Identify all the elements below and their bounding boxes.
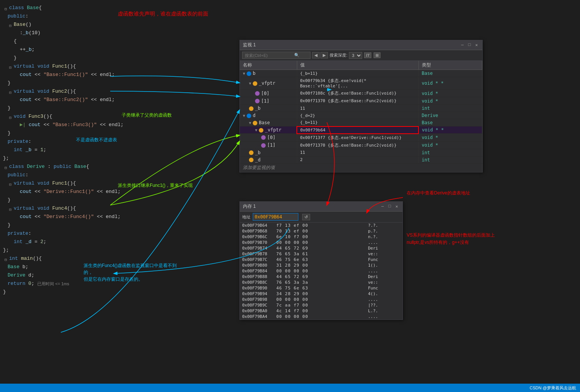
row-value: {_d=2}	[297, 112, 418, 119]
row-name: _d	[255, 157, 260, 163]
memory-addr: 0x00F79B84	[240, 268, 274, 274]
monitor-search-input[interactable]	[245, 53, 294, 58]
row-type: void *	[418, 141, 482, 149]
memory-row-3: 0x00F79B7000 00 00 00....	[240, 240, 403, 245]
fold-icon[interactable]: ⊟	[8, 181, 13, 186]
memory-addr: 0x00F79B70	[240, 240, 274, 245]
row-name: _vfptr	[259, 81, 275, 86]
memory-row-14: 0x00F79B9C7c aa f7 00|??.	[240, 302, 403, 308]
nav-forward-btn[interactable]: ▶	[320, 52, 328, 58]
monitor-row-8: [0]0x00f713f7 {多态.exe!Derive::Func1(void…	[240, 134, 482, 142]
memory-hex: 46 75 6e 63	[274, 285, 366, 291]
expand-icon[interactable]: ▼	[243, 114, 245, 118]
code-line-26: cout << "Derive::Func4()" << endl;	[0, 213, 243, 221]
memory-hex: 6e 10 f7 00	[274, 234, 366, 240]
monitor-row-4: _b11int	[240, 105, 482, 112]
memory-addr: 0x00F79B94	[240, 291, 274, 297]
monitor-row-2: [0]0x00f7108c {多态.exe!Base::Func1(void)}…	[240, 90, 482, 97]
fold-icon[interactable]: ⊟	[8, 22, 13, 27]
memory-ascii: Func	[366, 285, 403, 291]
monitor-row-3: [1]0x00f71370 {多态.exe!Base::Func2(void)}…	[240, 97, 482, 105]
expand-icon[interactable]: ▼	[255, 128, 257, 132]
row-name: [1]	[267, 142, 276, 148]
code-line-19: };	[0, 154, 243, 163]
memory-addr: 0x00F79B64	[240, 223, 274, 228]
memory-row-0: 0x00F79B64f7 13 ef 00?.?.	[240, 223, 403, 228]
search-icon[interactable]: 🔍	[294, 53, 300, 58]
memory-addr: 0x00F79B98	[240, 297, 274, 302]
memory-ascii: Deri	[366, 274, 403, 280]
memory-hex: f7 13 ef 00	[274, 223, 366, 228]
memory-hex: 4c 14 f7 00	[274, 308, 366, 314]
expand-icon[interactable]: ▼	[243, 71, 245, 76]
ptr-icon	[261, 135, 266, 140]
expand-icon[interactable]: ▼	[249, 81, 251, 85]
toolbar-btn-it[interactable]: IT	[364, 52, 371, 58]
monitor-minimize-btn[interactable]: —	[460, 43, 465, 47]
fold-icon[interactable]: ⊟	[8, 64, 13, 69]
row-name: [0]	[261, 91, 269, 96]
code-line-25: ⊟ virtual void Func4(){	[0, 204, 243, 213]
memory-ascii: ve::	[366, 280, 403, 285]
row-value: 11	[297, 149, 418, 156]
field-icon	[259, 128, 263, 133]
memory-ascii: L.?.	[366, 308, 403, 314]
memory-close-btn[interactable]: ✕	[394, 204, 399, 209]
row-name: _b	[255, 150, 260, 155]
row-value: 0x00f79b64	[297, 126, 418, 134]
col-value: 值	[297, 61, 418, 70]
refresh-btn[interactable]: ↺	[302, 214, 310, 220]
fold-icon[interactable]: ⊟	[3, 164, 8, 169]
memory-row-8: 0x00F79B8400 00 00 00....	[240, 268, 403, 274]
memory-addr: 0x00F79B9C	[240, 302, 274, 308]
monitor-search-box[interactable]: 🔍	[242, 52, 311, 59]
fold-icon[interactable]: ⊟	[3, 5, 8, 11]
memory-row-16: 0x00F79BA400 00 00 00....	[240, 314, 403, 319]
memory-ascii: ?.?.	[366, 223, 403, 228]
memory-row-12: 0x00F79B9434 28 29 004().	[240, 291, 403, 297]
memory-window-controls: — □ ✕	[380, 204, 399, 209]
nav-arrows: ◀ ▶	[312, 52, 328, 58]
monitor-row-7: ▼_vfptr0x00f79b64void * *	[240, 126, 482, 134]
memory-row-15: 0x00F79BA04c 14 f7 00L.?.	[240, 308, 403, 314]
code-editor: ⊟ class Base{ public: ⊟ Base() :_b(10) {…	[0, 0, 243, 392]
code-line-21: public:	[0, 171, 243, 179]
row-value: 0x00f7108c {多态.exe!Base::Func1(void)}	[297, 90, 418, 97]
toolbar-btn-grid[interactable]: ⊞	[374, 52, 380, 58]
nav-back-btn[interactable]: ◀	[312, 52, 320, 58]
memory-addr: 0x00F79B88	[240, 274, 274, 280]
fold-icon[interactable]: ⊟	[8, 206, 13, 211]
add-watch-row[interactable]: 添加要监视的项	[240, 163, 482, 172]
memory-addr: 0x00F79B78	[240, 251, 274, 257]
row-name: b	[253, 71, 255, 76]
code-line-28: private:	[0, 229, 243, 238]
memory-addr: 0x00F79B8C	[240, 280, 274, 285]
depth-label: 搜索深度:	[330, 52, 347, 58]
monitor-close-btn[interactable]: ✕	[474, 43, 479, 47]
memory-title: 内存 1	[243, 203, 256, 210]
code-line-17: private:	[0, 138, 243, 146]
code-line-14: ⊟ void Func3(){	[0, 112, 243, 121]
fold-icon[interactable]: ⊟	[8, 114, 13, 119]
fold-icon[interactable]: ⊟	[3, 256, 8, 261]
memory-minimize-btn[interactable]: —	[380, 204, 385, 209]
code-line-31: ⊟ int main(){	[0, 254, 243, 263]
memory-restore-btn[interactable]: □	[387, 204, 393, 209]
code-line-35: }	[0, 288, 243, 296]
fold-icon[interactable]: ⊟	[8, 89, 13, 94]
row-name: d	[253, 113, 255, 118]
row-name: _vfptr	[265, 127, 281, 133]
monitor-restore-btn[interactable]: □	[467, 43, 472, 47]
memory-hex: 00 00 00 00	[274, 240, 366, 245]
depth-select[interactable]: 3 1 2 4 5	[349, 52, 362, 59]
memory-addr: 0x00F79B80	[240, 262, 274, 268]
expand-icon[interactable]: ▼	[249, 121, 251, 125]
code-line-32: Base b;	[0, 263, 243, 271]
code-line-24: }	[0, 196, 243, 204]
code-line-4: :_b(10)	[0, 29, 243, 37]
row-value: 0x00f71370 {多态.exe!Base::Func2(void)}	[297, 97, 418, 105]
memory-row-9: 0x00F79B8844 65 72 69Deri	[240, 274, 403, 280]
code-line-8: ⊟ virtual void Func1(){	[0, 62, 243, 71]
monitor-row-5: ▼d{_d=2}Derive	[240, 112, 482, 119]
addr-input[interactable]	[253, 213, 298, 221]
